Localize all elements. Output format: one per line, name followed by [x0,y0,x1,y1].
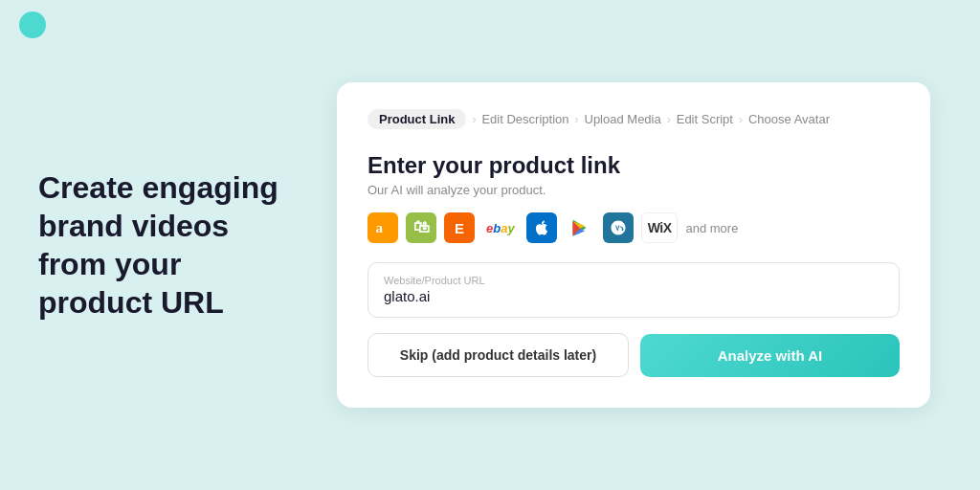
skip-button[interactable]: Skip (add product details later) [368,333,629,377]
right-panel: Product Link › Edit Description › Upload… [325,82,942,408]
amazon-icon: a [368,212,398,243]
headline: Create engaging brand videos from your p… [38,168,287,322]
analyze-button[interactable]: Analyze with AI [640,334,900,377]
google-play-icon [565,212,595,243]
logo [19,11,46,38]
url-input-label: Website/Product URL [384,275,883,286]
etsy-icon: E [444,212,475,243]
platforms-more-text: and more [685,221,738,235]
breadcrumb-choose-avatar[interactable]: Choose Avatar [748,112,830,126]
sep-1: › [472,113,476,126]
platforms-row: a 🛍 E ebay [368,212,900,243]
breadcrumb-edit-description[interactable]: Edit Description [481,112,568,126]
card-subtitle: Our AI will analyze your product. [368,183,900,197]
sep-3: › [667,113,671,126]
wordpress-icon [603,212,634,243]
url-input-wrapper[interactable]: Website/Product URL [368,262,900,318]
left-panel: Create engaging brand videos from your p… [38,168,325,322]
url-input[interactable] [384,288,883,304]
buttons-row: Skip (add product details later) Analyze… [368,333,900,377]
wix-icon: WiX [641,212,679,243]
breadcrumb-upload-media[interactable]: Upload Media [585,112,661,126]
breadcrumb-edit-script[interactable]: Edit Script [677,112,733,126]
main-card: Product Link › Edit Description › Upload… [337,82,930,408]
ebay-icon: ebay [482,212,519,243]
card-title: Enter your product link [368,152,900,179]
sep-4: › [739,113,743,126]
appstore-icon [526,212,557,243]
svg-text:a: a [376,220,384,235]
shopify-icon: 🛍 [406,212,436,243]
sep-2: › [575,113,579,126]
breadcrumb: Product Link › Edit Description › Upload… [368,109,900,129]
breadcrumb-product-link[interactable]: Product Link [368,109,466,129]
